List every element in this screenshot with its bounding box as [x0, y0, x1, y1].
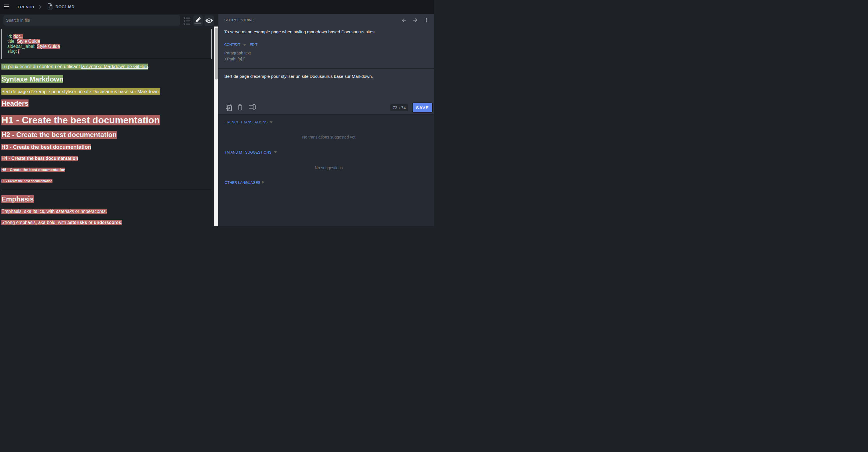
svg-text:M↓: M↓ [49, 6, 51, 8]
